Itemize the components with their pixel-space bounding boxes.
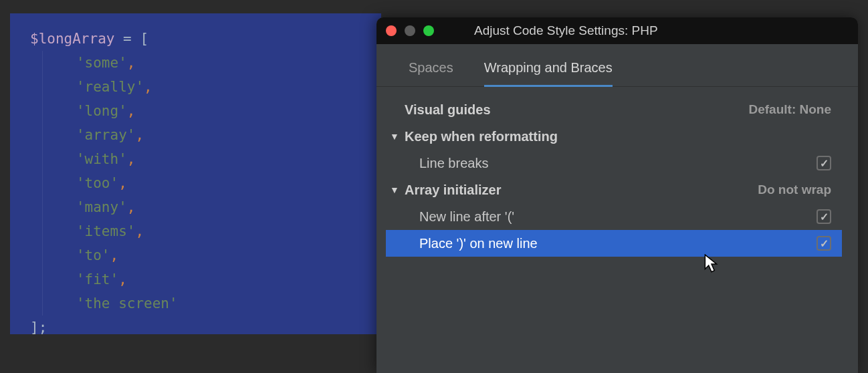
tab-wrapping-and-braces[interactable]: Wrapping and Braces [484, 60, 613, 87]
maximize-window-button[interactable] [423, 25, 434, 36]
token-operator: = [114, 31, 140, 47]
checkbox[interactable] [817, 236, 831, 251]
close-window-button[interactable] [386, 25, 397, 36]
code-line: 'long', [30, 99, 368, 123]
settings-body: Visual guides Default: None ▼ Keep when … [376, 87, 858, 257]
group-label: Keep when reformatting [405, 129, 558, 144]
group-array-initializer[interactable]: ▼ Array initializer Do not wrap [386, 176, 842, 203]
code-line: 'to', [30, 243, 368, 267]
setting-label: Line breaks [419, 156, 488, 171]
code-line: 'with', [30, 147, 368, 171]
code-line: 'array', [30, 123, 368, 147]
dialog-title: Adjust Code Style Settings: PHP [474, 23, 658, 38]
code-line: 'too', [30, 171, 368, 195]
group-label: Visual guides [405, 102, 491, 118]
chevron-down-icon: ▼ [390, 184, 399, 195]
token-string: 'with' [76, 151, 127, 167]
group-keep-when-reformatting[interactable]: ▼ Keep when reformatting [386, 123, 842, 150]
setting-label: New line after '(' [419, 209, 514, 225]
token-string: 'to' [76, 247, 110, 263]
code-line: 'really', [30, 75, 368, 99]
chevron-down-icon: ▼ [390, 131, 399, 142]
setting-label: Place ')' on new line [419, 236, 538, 251]
tabs: Spaces Wrapping and Braces [376, 44, 858, 87]
token-string: 'some' [76, 55, 127, 71]
tab-spaces[interactable]: Spaces [409, 60, 453, 86]
checkbox[interactable] [817, 156, 831, 170]
token-string: 'items' [76, 223, 136, 239]
code-line: 'many', [30, 195, 368, 219]
code-editor[interactable]: $longArray = [ 'some', 'really', 'long',… [10, 13, 381, 334]
token-bracket-open: [ [140, 31, 148, 47]
token-string: 'fit' [76, 271, 118, 287]
code-line: 'some', [30, 51, 368, 75]
setting-value: Default: None [749, 102, 843, 117]
token-string: 'many' [76, 199, 127, 215]
checkbox[interactable] [817, 209, 831, 224]
token-string: 'really' [76, 79, 144, 95]
setting-value: Do not wrap [758, 182, 842, 197]
dialog-titlebar: Adjust Code Style Settings: PHP [376, 17, 858, 44]
token-string: 'the screen' [76, 295, 178, 312]
token-string: 'too' [76, 175, 118, 191]
minimize-window-button[interactable] [405, 25, 415, 36]
window-controls [386, 25, 434, 36]
code-line: $longArray = [ [30, 27, 368, 51]
token-bracket-close: ]; [30, 320, 47, 336]
token-string: 'array' [76, 127, 136, 143]
code-line: ]; [30, 316, 368, 340]
code-line: 'fit', [30, 267, 368, 291]
code-style-dialog: Adjust Code Style Settings: PHP Spaces W… [376, 17, 858, 373]
code-line: 'items', [30, 219, 368, 243]
setting-line-breaks[interactable]: Line breaks [386, 150, 842, 176]
token-string: 'long' [76, 103, 127, 119]
token-variable: $longArray [30, 31, 114, 47]
setting-new-line-after-open-paren[interactable]: New line after '(' [386, 203, 842, 230]
setting-place-close-paren-on-new-line[interactable]: Place ')' on new line [386, 230, 842, 257]
group-label: Array initializer [405, 182, 502, 198]
code-line: 'the screen' [30, 291, 368, 316]
group-visual-guides[interactable]: Visual guides Default: None [386, 96, 842, 123]
